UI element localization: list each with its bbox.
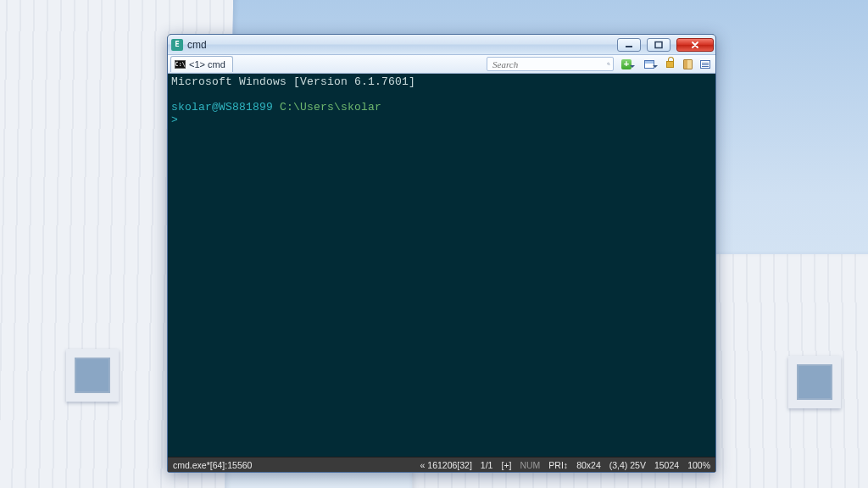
status-bar: cmd.exe*[64]:15560 « 161206[32] 1/1 [+] … — [168, 457, 715, 472]
terminal-output[interactable]: Microsoft Windows [Version 6.1.7601] sko… — [168, 74, 715, 457]
window-title: cmd — [187, 39, 207, 51]
status-mem: 15024 — [654, 458, 679, 473]
desktop-wallpaper: E cmd C:\ <1> cmd — [0, 0, 868, 488]
attach-button[interactable] — [639, 57, 659, 71]
tab-label: <1> cmd — [189, 59, 225, 69]
console-tab[interactable]: C:\ <1> cmd — [170, 56, 233, 72]
search-box[interactable] — [487, 57, 614, 71]
view-button[interactable] — [698, 57, 713, 71]
prompt-host: skolar@WS881899 — [171, 101, 273, 114]
terminal-banner: Microsoft Windows [Version 6.1.7601] — [171, 75, 415, 88]
search-icon — [607, 59, 610, 69]
titlebar[interactable]: E cmd — [168, 35, 715, 55]
wallpaper-shape — [788, 356, 841, 408]
maximize-button[interactable] — [647, 38, 670, 52]
conemu-window: E cmd C:\ <1> cmd — [167, 34, 716, 473]
status-zoom[interactable]: 100% — [687, 458, 710, 473]
close-button[interactable] — [676, 38, 714, 52]
prompt-symbol: > — [171, 114, 178, 126]
svg-rect-1 — [655, 42, 662, 47]
list-icon — [700, 60, 710, 69]
chevron-down-icon — [653, 65, 658, 68]
lock-icon — [666, 61, 674, 68]
settings-button[interactable] — [680, 57, 695, 71]
toolbar: C:\ <1> cmd + — [168, 55, 715, 74]
lock-button[interactable] — [662, 57, 677, 71]
svg-line-3 — [609, 64, 610, 65]
prompt-cwd: C:\Users\skolar — [280, 101, 381, 114]
close-icon — [690, 41, 700, 49]
status-priority[interactable]: PRI↕ — [548, 458, 568, 473]
chevron-down-icon — [630, 65, 635, 68]
status-numlock: NUM — [520, 458, 540, 473]
cmd-icon: C:\ — [175, 60, 186, 69]
app-icon: E — [171, 39, 183, 51]
search-input[interactable] — [492, 59, 604, 69]
status-size: 80x24 — [576, 458, 601, 473]
svg-point-2 — [608, 63, 609, 64]
status-encoding: « 161206[32] — [420, 458, 472, 473]
status-consoles: 1/1 — [481, 458, 493, 473]
status-process: cmd.exe*[64]:15560 — [173, 458, 252, 473]
book-icon — [683, 59, 693, 69]
status-plus[interactable]: [+] — [501, 458, 511, 473]
maximize-icon — [654, 41, 664, 49]
wallpaper-shape — [66, 349, 119, 402]
minimize-button[interactable] — [617, 38, 641, 52]
status-cursor: (3,4) 25V — [609, 458, 646, 473]
minimize-icon — [624, 41, 634, 49]
new-console-button[interactable]: + — [616, 57, 637, 71]
